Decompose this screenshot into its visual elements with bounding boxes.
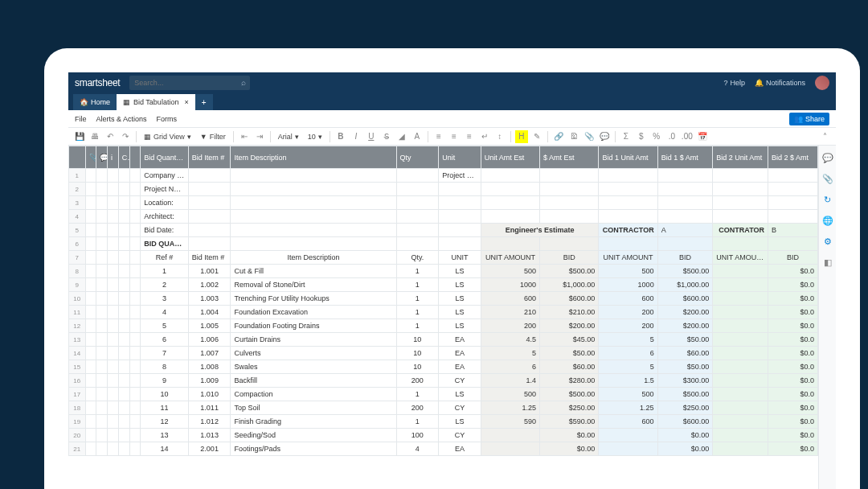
tab-sheet[interactable]: ▦Bid Tabulation× (117, 94, 195, 110)
desc[interactable]: Footings/Pads (231, 442, 396, 456)
ca-bid[interactable]: $300.00 (657, 374, 713, 388)
cell[interactable] (96, 347, 108, 360)
qty[interactable]: 1 (396, 292, 439, 306)
filter-button[interactable]: ▼Filter (197, 133, 229, 141)
cell[interactable] (85, 360, 96, 374)
cell[interactable] (85, 429, 96, 442)
cell[interactable] (96, 292, 108, 306)
cell[interactable] (188, 196, 231, 210)
eng-bid[interactable]: $60.00 (540, 360, 599, 374)
search-input[interactable] (129, 76, 250, 90)
cb-unit[interactable] (713, 415, 768, 429)
rail-activity-icon[interactable]: ↻ (822, 194, 833, 205)
ca-bid[interactable]: $60.00 (657, 347, 713, 360)
cell[interactable] (96, 442, 108, 456)
col-bid2-unit[interactable]: Bid 2 Unit Amt (713, 146, 768, 169)
cell[interactable] (231, 183, 396, 196)
row-number[interactable]: 2 (69, 183, 86, 196)
row-number[interactable]: 4 (69, 210, 86, 224)
cb-bid[interactable]: $0.0 (768, 292, 818, 306)
cell[interactable] (118, 224, 129, 237)
row-number[interactable]: 11 (69, 306, 86, 319)
col-bid-quantities[interactable]: Bid Quantities (141, 146, 189, 169)
cell[interactable] (118, 278, 129, 292)
cell[interactable] (108, 224, 119, 237)
cell[interactable] (85, 306, 96, 319)
cell[interactable] (118, 401, 129, 415)
text-color-icon[interactable]: A (411, 130, 424, 143)
cell[interactable] (118, 306, 129, 319)
cell[interactable] (108, 374, 119, 388)
cb-bid[interactable]: $0.0 (768, 429, 818, 442)
cb-unit[interactable] (713, 374, 768, 388)
qty[interactable]: 1 (396, 265, 439, 278)
desc[interactable]: Curtain Drains (231, 333, 396, 347)
cell[interactable] (129, 415, 141, 429)
highlight-icon[interactable]: H (515, 130, 528, 143)
cell[interactable] (96, 251, 108, 265)
tab-add[interactable]: + (195, 94, 213, 110)
contractor-a-letter[interactable]: A (657, 224, 713, 237)
row-number[interactable]: 7 (69, 251, 86, 265)
cb-bid[interactable]: $0.0 (768, 442, 818, 456)
cell[interactable] (85, 415, 96, 429)
ref[interactable]: 8 (141, 360, 189, 374)
cell[interactable] (540, 237, 599, 251)
cb-bid[interactable]: $0.0 (768, 347, 818, 360)
cell[interactable] (108, 388, 119, 401)
cell[interactable] (481, 169, 539, 183)
row-number[interactable]: 12 (69, 319, 86, 333)
ca-unit[interactable] (599, 429, 657, 442)
cb-bid[interactable]: $0.0 (768, 278, 818, 292)
ca-unit[interactable]: 1000 (599, 278, 657, 292)
cell[interactable] (96, 415, 108, 429)
cell[interactable] (129, 401, 141, 415)
sub-ref[interactable]: Ref # (141, 251, 189, 265)
qty[interactable]: 10 (396, 347, 439, 360)
cell[interactable] (129, 442, 141, 456)
cell[interactable] (108, 306, 119, 319)
cell[interactable] (129, 251, 141, 265)
cell[interactable] (96, 210, 108, 224)
cell[interactable] (657, 169, 713, 183)
cb-unit[interactable] (713, 401, 768, 415)
col-rownum[interactable] (69, 146, 86, 169)
cell[interactable] (85, 388, 96, 401)
help-link[interactable]: ?Help (723, 79, 745, 87)
ca-unit[interactable]: 5 (599, 360, 657, 374)
eng-bid[interactable]: $500.00 (540, 265, 599, 278)
eng-unit[interactable]: 500 (481, 388, 539, 401)
cell[interactable] (85, 169, 96, 183)
cell[interactable] (85, 237, 96, 251)
cell[interactable] (96, 196, 108, 210)
cell[interactable] (85, 265, 96, 278)
bid-item[interactable]: 1.011 (188, 401, 231, 415)
col-unit-amt-est[interactable]: Unit Amt Est (481, 146, 539, 169)
row-number[interactable]: 16 (69, 374, 86, 388)
eng-bid[interactable]: $45.00 (540, 333, 599, 347)
cell[interactable] (188, 183, 231, 196)
contractor-a[interactable]: CONTRACTOR (599, 224, 657, 237)
fill-color-icon[interactable]: ◢ (395, 130, 408, 143)
ca-bid[interactable]: $1,000.00 (657, 278, 713, 292)
ca-unit[interactable] (599, 442, 657, 456)
bid-item[interactable]: 1.010 (188, 388, 231, 401)
cell[interactable] (85, 183, 96, 196)
row-number[interactable]: 9 (69, 278, 86, 292)
sub-bid[interactable]: BID (657, 251, 713, 265)
eng-unit[interactable]: 1.25 (481, 401, 539, 415)
row-number[interactable]: 18 (69, 401, 86, 415)
cell[interactable] (85, 210, 96, 224)
info-unit[interactable] (439, 210, 481, 224)
row-number[interactable]: 3 (69, 196, 86, 210)
sub-biditem[interactable]: Bid Item # (188, 251, 231, 265)
cb-unit[interactable] (713, 278, 768, 292)
engineers-estimate[interactable]: Engineer's Estimate (481, 224, 599, 237)
desc[interactable]: Swales (231, 360, 396, 374)
desc[interactable]: Foundation Excavation (231, 306, 396, 319)
notifications-link[interactable]: 🔔Notifications (755, 79, 805, 87)
cell[interactable] (129, 333, 141, 347)
cell[interactable] (108, 292, 119, 306)
ref[interactable]: 11 (141, 401, 189, 415)
eng-bid[interactable]: $250.00 (540, 401, 599, 415)
